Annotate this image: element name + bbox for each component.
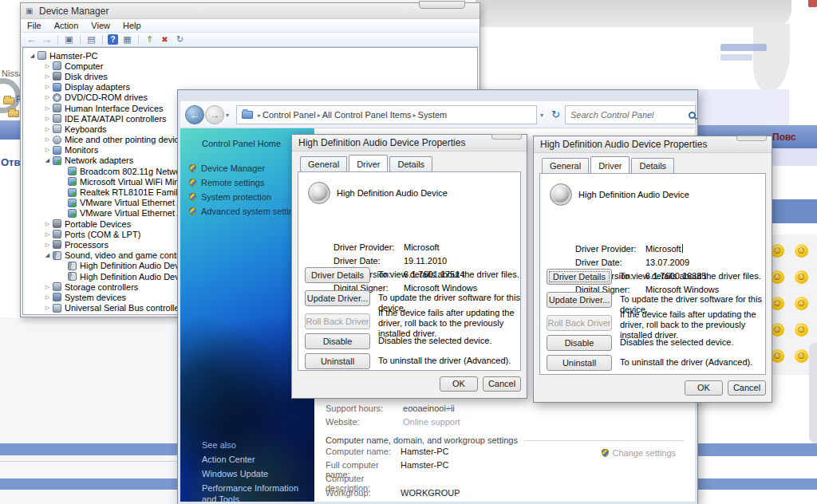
- back-icon[interactable]: ←: [185, 105, 204, 124]
- smiley-icon[interactable]: ☺: [789, 264, 813, 290]
- menu-action[interactable]: Action: [48, 21, 85, 30]
- dialog-caption-buttons[interactable]: [491, 134, 522, 140]
- driver-details-button[interactable]: Driver Details: [547, 269, 612, 285]
- tab-details[interactable]: Details: [389, 156, 432, 171]
- sidebar-item-control-panel-home[interactable]: Control Panel Home: [202, 139, 281, 148]
- breadcrumb-item[interactable]: System: [418, 110, 448, 120]
- cancel-button[interactable]: Cancel: [728, 380, 766, 396]
- back-icon[interactable]: ←: [26, 34, 37, 45]
- sidebar-task[interactable]: Remote settings: [189, 175, 303, 190]
- uac-shield-icon: [189, 179, 196, 187]
- sidebar-link[interactable]: Performance Information and Tools: [202, 482, 307, 502]
- tab-general[interactable]: General: [542, 158, 589, 173]
- tree-expander-icon[interactable]: ◢: [28, 53, 37, 59]
- tree-expander-icon[interactable]: ▷: [43, 305, 52, 311]
- smiley-icon[interactable]: ☺: [789, 317, 813, 343]
- online-support-link[interactable]: Online support: [403, 417, 460, 427]
- disable-button[interactable]: Disable: [547, 335, 612, 351]
- tree-expander-icon[interactable]: ▷: [43, 84, 52, 90]
- sidebar-task-label: Advanced system settings: [201, 207, 303, 216]
- history-chevron-icon[interactable]: ▾: [226, 112, 229, 119]
- breadcrumb[interactable]: ▸ Control Panel ▸ All Control Panel Item…: [236, 105, 537, 124]
- roll-back-driver-desc: If the device fails after updating the d…: [620, 309, 770, 341]
- forum-reply-button[interactable]: Отв: [1, 156, 20, 168]
- disable-button[interactable]: Disable: [305, 333, 370, 349]
- tree-item[interactable]: ▷ Computer: [23, 61, 477, 71]
- properties-icon[interactable]: ▤: [85, 34, 97, 45]
- toolbar-separator[interactable]: [138, 35, 139, 45]
- device-manager-titlebar[interactable]: ▣ Device Manager: [21, 3, 480, 19]
- tree-expander-icon[interactable]: ◢: [43, 157, 52, 163]
- uninstall-button[interactable]: Uninstall: [547, 355, 612, 371]
- tree-expander-icon[interactable]: ▷: [43, 242, 52, 248]
- menu-file[interactable]: File: [21, 21, 48, 30]
- background-page-area: [772, 148, 817, 166]
- tree-expander-icon[interactable]: ▷: [43, 221, 52, 227]
- tree-expander-icon[interactable]: ▷: [43, 63, 52, 69]
- device-name: High Definition Audio Device: [337, 188, 448, 198]
- audio-device-icon: [68, 262, 77, 270]
- tree-expander-icon[interactable]: ▷: [43, 231, 52, 238]
- ok-button[interactable]: OK: [685, 380, 723, 396]
- tab-driver[interactable]: Driver: [349, 155, 388, 171]
- sidebar-task[interactable]: Device Manager: [189, 161, 303, 175]
- change-settings-link[interactable]: Change settings: [602, 448, 677, 458]
- update-driver-button[interactable]: Update Driver...: [547, 292, 612, 308]
- search-icon[interactable]: [689, 112, 696, 119]
- sidebar-see-also-links: Action CenterWindows UpdatePerformance I…: [202, 454, 307, 502]
- network-adapter-icon: [68, 199, 77, 207]
- menu-help[interactable]: Help: [116, 21, 148, 30]
- toolbar-separator[interactable]: [102, 35, 103, 45]
- sidebar-task[interactable]: Advanced system settings: [189, 204, 303, 219]
- tree-expander-icon[interactable]: ▷: [43, 126, 52, 132]
- tree-expander-icon[interactable]: ▷: [43, 73, 52, 80]
- tree-expander-icon[interactable]: ▷: [43, 105, 52, 112]
- sidebar-task-label: Remote settings: [201, 178, 264, 187]
- address-dropdown-icon[interactable]: ▾: [540, 112, 543, 119]
- driver-details-button[interactable]: Driver Details: [305, 267, 370, 283]
- browser-close-icon[interactable]: [808, 0, 817, 7]
- breadcrumb-folder-icon[interactable]: [242, 111, 253, 119]
- forward-icon[interactable]: →: [41, 34, 53, 45]
- dialog-caption-buttons[interactable]: [736, 136, 767, 141]
- search-input[interactable]: [566, 107, 689, 123]
- tree-item[interactable]: ▷ Disk drives: [23, 71, 477, 81]
- tree-expander-icon[interactable]: ▷: [43, 136, 52, 143]
- scan-hardware-icon[interactable]: ↻: [174, 34, 186, 45]
- smiley-icon[interactable]: ☺: [789, 238, 813, 264]
- breadcrumb-item[interactable]: All Control Panel Items: [322, 110, 412, 120]
- window-caption-buttons[interactable]: [419, 1, 465, 9]
- update-driver-button[interactable]: Update Driver...: [305, 290, 370, 306]
- tab-details[interactable]: Details: [631, 158, 674, 173]
- folder-icon: [8, 110, 19, 117]
- tree-expander-icon[interactable]: ◢: [43, 252, 52, 258]
- tab-general[interactable]: General: [300, 156, 347, 171]
- dvd-drive-icon: [53, 93, 61, 102]
- tree-expander-icon[interactable]: ▷: [43, 294, 52, 301]
- tree-expander-icon[interactable]: ▷: [43, 94, 52, 100]
- devices-list-icon[interactable]: ▦: [121, 34, 133, 45]
- ok-button[interactable]: OK: [440, 376, 478, 392]
- sidebar-link[interactable]: Windows Update: [202, 468, 307, 479]
- tab-driver[interactable]: Driver: [590, 156, 630, 173]
- tree-expander-icon[interactable]: ▷: [43, 284, 52, 290]
- tree-item-label: High Definition Audio Device: [80, 272, 191, 282]
- refresh-icon[interactable]: ↻: [551, 108, 560, 120]
- toolbar-separator[interactable]: [57, 35, 58, 45]
- menu-view[interactable]: View: [85, 21, 116, 30]
- cancel-button[interactable]: Cancel: [483, 376, 521, 392]
- smiley-icon[interactable]: ☺: [789, 290, 813, 317]
- console-tree-icon[interactable]: ▣: [63, 34, 75, 45]
- sidebar-task[interactable]: System protection: [189, 190, 303, 204]
- tree-expander-icon[interactable]: ▷: [43, 147, 52, 153]
- forward-icon[interactable]: →: [205, 105, 224, 124]
- tree-item[interactable]: ◢ Hamster-PC: [23, 50, 477, 61]
- breadcrumb-item[interactable]: Control Panel: [262, 110, 316, 120]
- sidebar-link[interactable]: Action Center: [202, 454, 307, 465]
- update-driver-icon[interactable]: ⇑: [144, 34, 156, 45]
- uninstall-button[interactable]: Uninstall: [305, 353, 370, 369]
- tree-expander-icon[interactable]: ▷: [43, 116, 52, 122]
- toolbar-separator[interactable]: [80, 35, 81, 45]
- uninstall-icon[interactable]: ✖: [159, 34, 171, 45]
- help-icon[interactable]: ?: [108, 34, 118, 45]
